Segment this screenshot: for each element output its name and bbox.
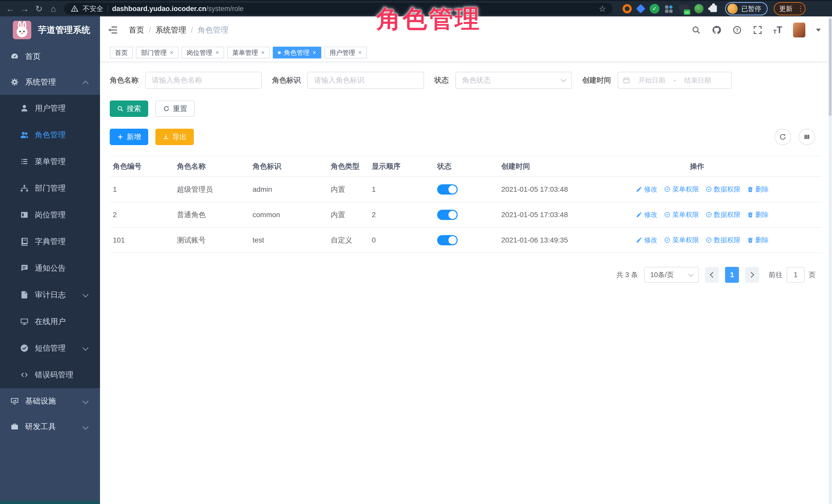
extension-switch-icon[interactable] [679, 5, 689, 13]
add-button[interactable]: 新增 [110, 129, 148, 145]
sidebar-item-infrastructure[interactable]: 基础设施 [0, 388, 100, 414]
fullscreen-icon[interactable] [753, 25, 762, 35]
extension-orange-icon[interactable] [623, 4, 632, 13]
sidebar-item-menus[interactable]: 菜单管理 [0, 148, 100, 175]
reset-button[interactable]: 重置 [155, 101, 195, 117]
edit-link[interactable]: 修改 [636, 236, 657, 244]
breadcrumb-home[interactable]: 首页 [129, 25, 144, 35]
sidebar-item-label: 系统管理 [25, 77, 56, 87]
extension-dots-icon[interactable] [665, 4, 674, 13]
security-warning-icon[interactable] [71, 5, 78, 12]
role-name-input[interactable] [145, 72, 262, 89]
close-icon[interactable]: × [261, 49, 265, 56]
sidebar-item-home[interactable]: 首页 [0, 44, 100, 69]
extension-leaf-icon[interactable] [694, 4, 704, 13]
delete-link[interactable]: 删除 [747, 185, 769, 194]
tag-menus[interactable]: 菜单管理 × [227, 47, 270, 58]
user-menu-caret-icon[interactable] [816, 29, 821, 31]
address-bar[interactable]: 不安全 dashboard.yudao.iocoder.cn/system/ro… [64, 3, 613, 15]
tag-roles-active[interactable]: 角色管理 × [273, 47, 321, 58]
sidebar-item-audit-log[interactable]: 审计日志 [0, 282, 100, 308]
role-key: common [250, 211, 328, 219]
sidebar-item-label: 用户管理 [35, 103, 66, 113]
column-settings-button[interactable] [799, 129, 815, 145]
data-permission-link[interactable]: 数据权限 [706, 210, 740, 219]
tag-posts[interactable]: 岗位管理 × [182, 47, 224, 58]
sidebar-item-posts[interactable]: 岗位管理 [0, 202, 100, 228]
github-icon[interactable] [712, 25, 722, 35]
home-icon[interactable]: ⌂ [47, 2, 60, 16]
page-scrollbar[interactable] [828, 17, 832, 504]
menu-permission-link[interactable]: 菜单权限 [664, 185, 699, 194]
status-toggle[interactable] [437, 210, 458, 220]
extension-gem-icon[interactable] [636, 4, 646, 14]
user-avatar[interactable] [793, 23, 805, 37]
end-date-input[interactable] [678, 76, 718, 85]
sidebar-item-system[interactable]: 系统管理 [0, 69, 100, 95]
sidebar-item-notice[interactable]: 通知公告 [0, 255, 100, 282]
url-text[interactable]: dashboard.yudao.iocoder.cn/system/role [112, 5, 243, 13]
sidebar-item-online-users[interactable]: 在线用户 [0, 308, 100, 335]
extensions-puzzle-icon[interactable] [710, 5, 717, 12]
close-icon[interactable]: × [313, 49, 316, 56]
goto-page-input[interactable] [787, 267, 805, 283]
page-size-select[interactable]: 10条/页 [644, 267, 699, 283]
data-permission-link[interactable]: 数据权限 [706, 185, 740, 194]
export-button[interactable]: 导出 [155, 129, 194, 145]
prev-page-button[interactable] [705, 267, 719, 283]
refresh-circle-button[interactable] [775, 129, 791, 145]
close-icon[interactable]: × [358, 49, 362, 56]
tag-departments[interactable]: 部门管理 × [136, 47, 178, 58]
bookmark-star-icon[interactable]: ☆ [599, 4, 606, 14]
delete-link[interactable]: 删除 [747, 210, 769, 219]
current-page-button[interactable]: 1 [725, 267, 739, 283]
tag-label: 角色管理 [284, 49, 310, 57]
reload-icon[interactable]: ↻ [32, 2, 46, 16]
profile-paused-pill[interactable]: 已暂停 [725, 2, 768, 16]
close-icon[interactable]: × [215, 49, 219, 56]
col-header-key: 角色标识 [250, 161, 328, 171]
sidebar-item-label: 通知公告 [35, 263, 66, 273]
tag-users[interactable]: 用户管理 × [324, 47, 367, 58]
edit-link[interactable]: 修改 [636, 210, 657, 219]
back-icon[interactable]: ← [4, 2, 17, 16]
menu-permission-link[interactable]: 菜单权限 [664, 236, 699, 244]
collapse-menu-icon[interactable] [108, 26, 118, 34]
status-select[interactable]: 角色状态 [456, 72, 572, 89]
security-label[interactable]: 不安全 [83, 4, 103, 13]
tag-label: 菜单管理 [232, 49, 258, 57]
close-icon[interactable]: × [170, 49, 173, 56]
search-button[interactable]: 搜索 [110, 101, 148, 117]
sidebar-item-error-codes[interactable]: 错误码管理 [0, 362, 100, 388]
sidebar-item-roles[interactable]: 角色管理 [0, 122, 100, 148]
font-size-icon[interactable]: TT [773, 25, 782, 35]
delete-link[interactable]: 删除 [747, 236, 769, 244]
extension-green-icon[interactable]: ✓ [650, 4, 659, 14]
update-button[interactable]: 更新 ⋮ [774, 2, 806, 16]
role-key-input[interactable] [307, 72, 424, 89]
sidebar-item-dev-tools[interactable]: 研发工具 [0, 414, 100, 440]
sidebar-item-dict[interactable]: 字典管理 [0, 228, 100, 255]
sidebar-item-departments[interactable]: 部门管理 [0, 175, 100, 202]
help-icon[interactable]: ? [732, 25, 742, 35]
next-page-button[interactable] [745, 267, 759, 283]
edit-link[interactable]: 修改 [636, 185, 657, 194]
search-icon[interactable] [691, 25, 701, 35]
status-toggle[interactable] [437, 235, 458, 245]
sidebar-item-sms[interactable]: 短信管理 [0, 335, 100, 362]
org-tree-icon [20, 184, 29, 192]
data-permission-link[interactable]: 数据权限 [706, 236, 740, 244]
tag-home[interactable]: 首页 [110, 47, 133, 58]
scrollbar-thumb[interactable] [829, 19, 831, 116]
status-toggle[interactable] [437, 184, 458, 194]
status-cell [434, 210, 498, 220]
forward-icon[interactable]: → [18, 2, 31, 16]
chrome-menu-kebab-icon[interactable]: ⋮ [797, 6, 800, 11]
circle-check-icon [20, 344, 29, 352]
start-date-input[interactable] [632, 76, 672, 85]
menu-permission-link[interactable]: 菜单权限 [664, 210, 699, 219]
logo[interactable]: 芋道管理系统 [0, 17, 100, 44]
breadcrumb-system[interactable]: 系统管理 [155, 25, 186, 35]
date-range-picker[interactable]: - [618, 72, 732, 89]
sidebar-item-users[interactable]: 用户管理 [0, 95, 100, 122]
